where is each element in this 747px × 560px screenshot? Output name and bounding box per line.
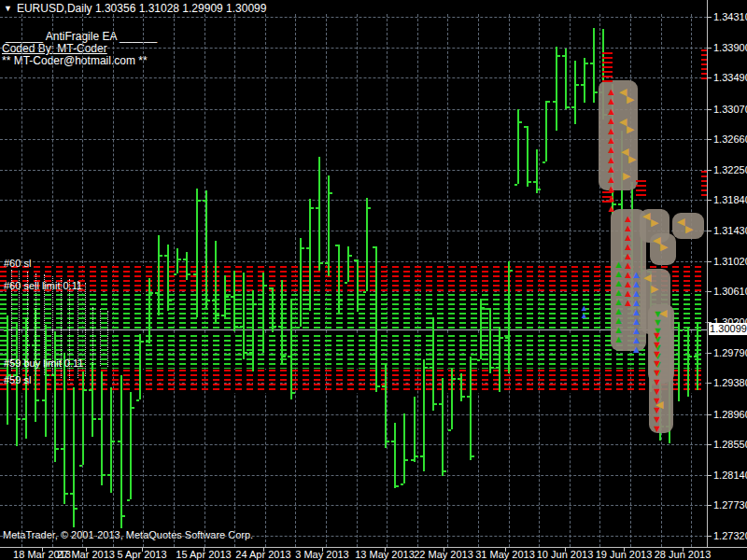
gold-order-arrow-icon[interactable]: ◀ bbox=[677, 217, 684, 227]
ohlc-bar bbox=[403, 413, 405, 483]
open-tick bbox=[391, 441, 394, 442]
close-tick bbox=[188, 273, 190, 275]
ohlc-bar bbox=[309, 199, 311, 311]
open-tick bbox=[420, 455, 423, 457]
chart-area[interactable]: ▼EURUSD,Daily 1.30356 1.31028 1.29909 1.… bbox=[0, 0, 707, 547]
close-tick bbox=[141, 341, 144, 343]
close-tick bbox=[453, 378, 456, 380]
close-tick bbox=[519, 121, 522, 123]
ohlc-bar bbox=[451, 369, 453, 429]
ohlc-bar bbox=[224, 275, 226, 317]
ohlc-bar bbox=[45, 325, 47, 437]
price-axis-label: 1.34310 bbox=[713, 11, 747, 22]
open-tick bbox=[98, 418, 101, 420]
close-tick bbox=[349, 255, 352, 257]
trade-arrow-icon[interactable]: ▲ bbox=[631, 344, 641, 355]
open-tick bbox=[505, 337, 508, 339]
ohlc-bar bbox=[375, 246, 377, 392]
symbol-dropdown-icon[interactable]: ▼ bbox=[4, 4, 12, 13]
open-tick bbox=[316, 207, 318, 209]
gold-order-arrow-icon[interactable]: ◀ bbox=[643, 273, 651, 283]
gold-order-arrow-icon[interactable]: ▶ bbox=[651, 284, 658, 294]
ohlc-bar bbox=[233, 271, 235, 331]
stop-level-dash bbox=[602, 57, 613, 59]
open-tick bbox=[684, 329, 687, 331]
price-axis-label: 1.28140 bbox=[713, 469, 747, 481]
ohlc-bar bbox=[139, 334, 141, 399]
ohlc-bar bbox=[158, 235, 160, 315]
gold-order-arrow-icon[interactable]: ▶ bbox=[660, 242, 668, 252]
time-axis-label: 13 May 2013 bbox=[355, 549, 415, 560]
order-level-label[interactable]: #59 buy limit 0.11 bbox=[4, 357, 83, 369]
gold-order-arrow-icon[interactable]: ▶ bbox=[627, 124, 634, 134]
trade-arrow-icon[interactable]: ▲ bbox=[606, 203, 616, 214]
close-tick bbox=[368, 207, 371, 209]
open-tick bbox=[127, 499, 130, 501]
gold-order-arrow-icon[interactable]: ◀ bbox=[659, 308, 667, 318]
horizontal-gridline bbox=[0, 414, 707, 415]
stop-level-dash bbox=[636, 194, 646, 196]
gold-order-arrow-icon[interactable]: ▶ bbox=[685, 224, 693, 234]
close-tick bbox=[254, 303, 257, 305]
close-tick bbox=[689, 356, 692, 357]
ohlc-bar bbox=[300, 238, 302, 327]
open-tick bbox=[496, 367, 499, 369]
close-tick bbox=[169, 300, 172, 301]
ohlc-bar bbox=[394, 423, 396, 488]
gold-order-arrow-icon[interactable]: ▶ bbox=[623, 171, 630, 181]
open-tick bbox=[514, 184, 517, 186]
price-axis-tick bbox=[708, 414, 712, 415]
open-tick bbox=[79, 465, 82, 467]
close-tick bbox=[425, 367, 428, 369]
ohlc-bar bbox=[480, 299, 482, 359]
ohlc-bar bbox=[593, 28, 595, 103]
ohlc-bar bbox=[130, 392, 132, 499]
trade-arrow-icon[interactable]: ▲ bbox=[613, 334, 624, 344]
close-tick bbox=[264, 285, 267, 287]
close-tick bbox=[160, 255, 162, 257]
order-level-band-green bbox=[0, 335, 705, 369]
gold-order-arrow-icon[interactable]: ▶ bbox=[628, 154, 636, 164]
close-tick bbox=[198, 200, 201, 202]
price-axis-label: 1.31020 bbox=[713, 256, 747, 267]
open-tick bbox=[363, 291, 366, 293]
gold-order-arrow-icon[interactable]: ▶ bbox=[627, 94, 634, 105]
close-tick bbox=[680, 329, 683, 331]
price-axis[interactable]: 1.343101.339001.334901.330701.326601.322… bbox=[707, 0, 747, 547]
trade-arrow-icon[interactable]: ▼ bbox=[652, 424, 662, 434]
close-tick bbox=[122, 515, 125, 517]
ohlc-bar bbox=[584, 58, 585, 103]
horizontal-gridline bbox=[0, 77, 707, 78]
close-tick bbox=[65, 493, 68, 495]
close-tick bbox=[698, 329, 701, 331]
close-tick bbox=[396, 485, 399, 487]
gold-order-arrow-icon[interactable]: ◀ bbox=[642, 211, 650, 221]
ohlc-bar bbox=[527, 126, 529, 187]
open-tick bbox=[477, 359, 480, 361]
gold-order-arrow-icon[interactable]: ◀ bbox=[655, 399, 663, 410]
ohlc-bar bbox=[556, 47, 557, 131]
ohlc-bar bbox=[565, 49, 567, 109]
price-axis-tick bbox=[708, 505, 712, 506]
horizontal-gridline bbox=[0, 48, 707, 49]
ohlc-bar bbox=[414, 397, 416, 462]
time-axis[interactable]: 18 Mar 201327 Mar 20135 Apr 201315 Apr 2… bbox=[0, 547, 747, 560]
price-axis-tick bbox=[708, 383, 712, 384]
order-level-label[interactable]: #60 sl bbox=[4, 258, 31, 269]
close-tick bbox=[462, 396, 465, 398]
open-tick bbox=[107, 474, 110, 476]
order-level-label[interactable]: #59 sl bbox=[4, 374, 31, 385]
order-level-band-green bbox=[0, 294, 705, 329]
order-label-column bbox=[100, 309, 101, 366]
close-tick bbox=[18, 418, 21, 420]
open-tick bbox=[306, 247, 309, 249]
ohlc-bar bbox=[120, 375, 122, 528]
gold-order-arrow-icon[interactable]: ▶ bbox=[651, 217, 658, 228]
order-level-label[interactable]: #60 sell limit 0.11 bbox=[4, 280, 82, 291]
price-axis-label: 1.32250 bbox=[713, 164, 747, 175]
horizontal-gridline bbox=[0, 475, 707, 476]
open-tick bbox=[174, 273, 176, 275]
trade-arrow-icon[interactable]: ▲ bbox=[580, 312, 588, 320]
open-tick bbox=[382, 385, 385, 387]
close-tick bbox=[567, 106, 570, 108]
